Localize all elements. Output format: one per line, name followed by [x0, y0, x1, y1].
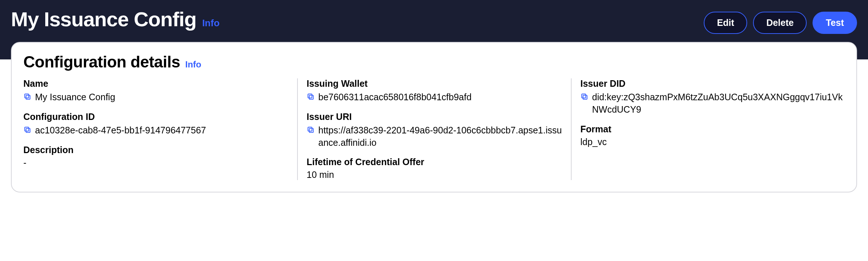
field-issuer-did: Issuer DID did:key:zQ3shazmPxM6tzZuAb3UC… — [580, 78, 845, 116]
field-value: did:key:zQ3shazmPxM6tzZuAb3UCq5u3XAXNGgg… — [592, 91, 845, 116]
field-config-id: Configuration ID ac10328e-cab8-47e5-bb1f… — [23, 112, 288, 137]
header-actions: Edit Delete Test — [704, 7, 857, 34]
field-issuing-wallet: Issuing Wallet be7606311acac658016f8b041… — [307, 78, 562, 104]
copy-icon[interactable] — [307, 126, 315, 134]
page-title: My Issuance Config — [11, 7, 196, 31]
field-value: My Issuance Config — [35, 91, 115, 104]
field-format: Format ldp_vc — [580, 124, 845, 147]
field-lifetime: Lifetime of Credential Offer 10 min — [307, 157, 562, 180]
svg-rect-9 — [582, 94, 586, 98]
copy-icon[interactable] — [23, 126, 31, 134]
field-issuer-uri: Issuer URI https://af338c39-2201-49a6-90… — [307, 112, 562, 149]
field-label: Issuing Wallet — [307, 78, 562, 89]
field-value: 10 min — [307, 170, 562, 180]
field-value-row: https://af338c39-2201-49a6-90d2-106c6cbb… — [307, 124, 562, 149]
field-value: be7606311acac658016f8b041cfb9afd — [318, 91, 472, 104]
delete-button[interactable]: Delete — [753, 12, 807, 34]
field-value-row: did:key:zQ3shazmPxM6tzZuAb3UCq5u3XAXNGgg… — [580, 91, 845, 116]
field-value: ac10328e-cab8-47e5-bb1f-914796477567 — [35, 124, 206, 137]
svg-rect-7 — [308, 127, 312, 131]
field-label: Issuer DID — [580, 78, 845, 89]
test-button[interactable]: Test — [813, 12, 857, 34]
field-value-row: My Issuance Config — [23, 91, 288, 104]
field-label: Description — [23, 145, 288, 155]
svg-rect-3 — [25, 127, 29, 131]
svg-rect-6 — [309, 128, 313, 132]
column-3: Issuer DID did:key:zQ3shazmPxM6tzZuAb3UC… — [571, 78, 845, 180]
field-value: - — [23, 157, 288, 168]
copy-icon[interactable] — [307, 93, 315, 101]
field-label: Name — [23, 78, 288, 89]
column-2: Issuing Wallet be7606311acac658016f8b041… — [297, 78, 571, 180]
svg-rect-2 — [26, 128, 30, 132]
column-1: Name My Issuance Config Configuration ID… — [23, 78, 297, 180]
details-columns: Name My Issuance Config Configuration ID… — [23, 78, 845, 180]
field-label: Issuer URI — [307, 112, 562, 122]
field-value-row: be7606311acac658016f8b041cfb9afd — [307, 91, 562, 104]
header-left: My Issuance Config Info — [11, 7, 220, 31]
config-details-card: Configuration details Info Name My Issua… — [11, 42, 857, 192]
copy-icon[interactable] — [580, 93, 588, 101]
field-value: ldp_vc — [580, 137, 845, 147]
field-value: https://af338c39-2201-49a6-90d2-106c6cbb… — [318, 124, 562, 149]
card-header: Configuration details Info — [23, 53, 845, 71]
field-label: Configuration ID — [23, 112, 288, 122]
svg-rect-5 — [308, 94, 312, 98]
svg-rect-0 — [26, 95, 30, 99]
svg-rect-1 — [25, 94, 29, 98]
svg-rect-8 — [583, 95, 587, 99]
svg-rect-4 — [309, 95, 313, 99]
field-name: Name My Issuance Config — [23, 78, 288, 104]
field-label: Format — [580, 124, 845, 135]
card-info-link[interactable]: Info — [185, 59, 201, 70]
field-label: Lifetime of Credential Offer — [307, 157, 562, 167]
card-title: Configuration details — [23, 53, 180, 71]
field-description: Description - — [23, 145, 288, 168]
copy-icon[interactable] — [23, 93, 31, 101]
field-value-row: ac10328e-cab8-47e5-bb1f-914796477567 — [23, 124, 288, 137]
header-info-link[interactable]: Info — [202, 17, 220, 29]
edit-button[interactable]: Edit — [704, 12, 747, 34]
